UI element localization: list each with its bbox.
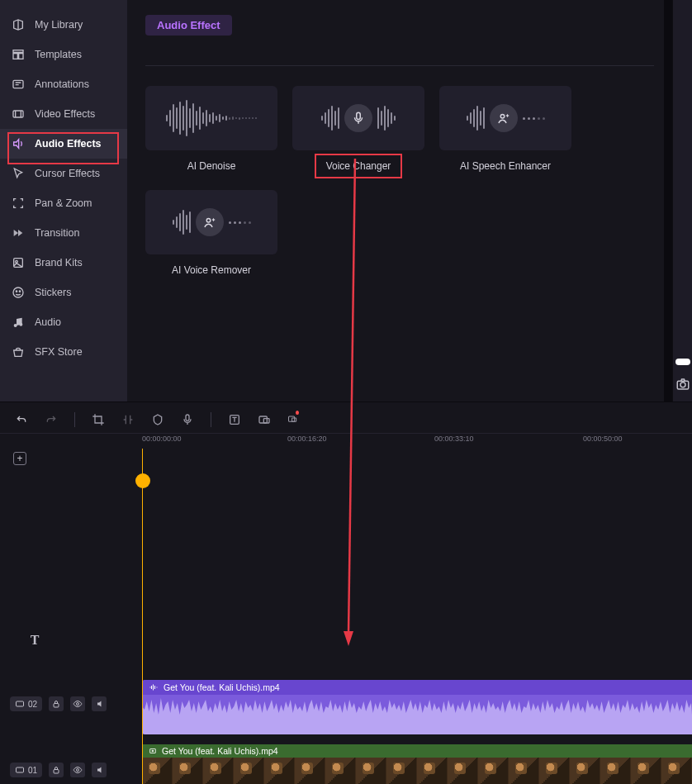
clip-header: Get You (feat. Kali Uchis).mp4 bbox=[142, 680, 692, 695]
marker-button[interactable] bbox=[151, 413, 164, 426]
crop-button[interactable] bbox=[92, 413, 105, 426]
effect-card-ai-denoise[interactable]: AI Denoise bbox=[145, 86, 277, 175]
svg-point-28 bbox=[77, 769, 79, 772]
clip-name: Get You (feat. Kali Uchis).mp4 bbox=[162, 746, 278, 756]
track-number: 02 bbox=[10, 696, 42, 711]
svg-rect-12 bbox=[357, 112, 361, 119]
audio-effects-icon bbox=[12, 137, 25, 150]
panel-header-chip: Audio Effect bbox=[145, 15, 232, 36]
waveform-icon bbox=[467, 106, 485, 131]
sidebar-item-audio-effects[interactable]: Audio Effects bbox=[0, 129, 127, 159]
svg-rect-1 bbox=[13, 54, 17, 59]
visibility-button[interactable] bbox=[70, 696, 85, 711]
cursor-effects-icon bbox=[12, 167, 25, 180]
ruler-tick: 00:00:00:00 bbox=[142, 435, 182, 443]
svg-rect-24 bbox=[54, 704, 59, 708]
svg-point-16 bbox=[680, 382, 685, 387]
effect-label: Voice Changer bbox=[318, 157, 400, 175]
video-thumbnails bbox=[142, 758, 692, 784]
svg-point-13 bbox=[500, 115, 505, 119]
panel-divider bbox=[145, 65, 654, 66]
sidebar-item-transition[interactable]: Transition bbox=[0, 218, 127, 248]
sidebar-item-my-library[interactable]: My Library bbox=[0, 10, 127, 40]
effects-panel: Audio Effect AI Denoise bbox=[127, 0, 672, 402]
transition-icon bbox=[12, 226, 25, 240]
ruler-tick: 00:00:33:10 bbox=[434, 435, 474, 443]
audio-wave-icon bbox=[149, 682, 159, 692]
track-header-video: 01 bbox=[10, 763, 134, 777]
voiceover-button[interactable] bbox=[181, 413, 194, 426]
audio-waveform bbox=[142, 695, 692, 734]
svg-rect-17 bbox=[186, 415, 189, 421]
sidebar-item-annotations[interactable]: Annotations bbox=[0, 69, 127, 99]
visibility-button[interactable] bbox=[70, 763, 85, 777]
playhead[interactable] bbox=[142, 449, 143, 784]
stickers-icon bbox=[12, 286, 25, 299]
effect-card-ai-speech-enhancer[interactable]: AI Speech Enhancer bbox=[439, 86, 571, 175]
svg-point-6 bbox=[16, 260, 18, 263]
split-button[interactable] bbox=[121, 413, 135, 426]
chat-bubble-icon[interactable] bbox=[675, 359, 690, 365]
audio-icon bbox=[12, 316, 25, 329]
sidebar-item-brand-kits[interactable]: Brand Kits bbox=[0, 248, 127, 278]
sidebar-item-stickers[interactable]: Stickers bbox=[0, 278, 127, 307]
svg-rect-2 bbox=[19, 54, 23, 59]
sidebar-item-video-effects[interactable]: Video Effects bbox=[0, 99, 127, 129]
svg-rect-26 bbox=[17, 767, 24, 772]
sfx-store-icon bbox=[12, 345, 25, 359]
sidebar-item-label: Audio bbox=[35, 316, 61, 328]
subtitle-button[interactable] bbox=[258, 413, 271, 426]
lock-button[interactable] bbox=[49, 696, 64, 711]
ruler-tick: 00:00:50:00 bbox=[583, 435, 623, 443]
person-sparkle-icon bbox=[196, 208, 224, 236]
effect-label: AI Voice Remover bbox=[172, 261, 251, 279]
lock-button[interactable] bbox=[49, 763, 64, 777]
person-sparkle-icon bbox=[490, 104, 518, 132]
playhead-handle[interactable] bbox=[135, 473, 150, 488]
svg-rect-0 bbox=[13, 50, 23, 53]
waveform-icon bbox=[377, 106, 396, 131]
effect-label: AI Denoise bbox=[187, 157, 236, 175]
video-clip[interactable]: Get You (feat. Kali Uchis).mp4 bbox=[142, 744, 692, 784]
annotations-icon bbox=[12, 78, 25, 91]
effect-thumb bbox=[439, 86, 571, 150]
sidebar-item-sfx-store[interactable]: SFX Store bbox=[0, 337, 127, 367]
camera-icon[interactable] bbox=[675, 377, 690, 392]
redo-button[interactable] bbox=[45, 413, 58, 426]
svg-rect-27 bbox=[54, 770, 59, 774]
dots-icon bbox=[523, 117, 545, 120]
templates-icon bbox=[12, 48, 25, 61]
sidebar-item-pan-zoom[interactable]: Pan & Zoom bbox=[0, 188, 127, 218]
effect-card-ai-voice-remover[interactable]: AI Voice Remover bbox=[145, 190, 277, 279]
sidebar-item-label: Brand Kits bbox=[35, 257, 83, 268]
sidebar-item-audio[interactable]: Audio bbox=[0, 307, 127, 337]
sidebar-item-cursor-effects[interactable]: Cursor Effects bbox=[0, 159, 127, 188]
sidebar-item-label: Templates bbox=[35, 49, 82, 60]
text-track-icon[interactable]: T bbox=[25, 630, 45, 650]
timeline-ruler[interactable]: 00:00:00:00 00:00:16:20 00:00:33:10 00:0… bbox=[139, 434, 692, 449]
mute-button[interactable] bbox=[92, 696, 107, 711]
svg-point-8 bbox=[16, 291, 17, 292]
audio-clip[interactable]: Get You (feat. Kali Uchis).mp4 bbox=[142, 680, 692, 734]
undo-button[interactable] bbox=[15, 413, 28, 426]
track-number: 01 bbox=[10, 763, 42, 777]
library-icon bbox=[12, 18, 25, 31]
svg-point-9 bbox=[19, 291, 20, 292]
brand-kits-icon bbox=[12, 256, 25, 269]
effect-card-voice-changer[interactable]: Voice Changer bbox=[292, 86, 424, 175]
sidebar-item-label: Annotations bbox=[35, 78, 89, 90]
sidebar-item-label: Audio Effects bbox=[35, 138, 102, 150]
sidebar-item-label: Video Effects bbox=[35, 108, 95, 120]
sidebar-item-label: SFX Store bbox=[35, 346, 83, 358]
video-icon bbox=[149, 747, 157, 755]
mute-button[interactable] bbox=[92, 763, 107, 777]
ruler-tick: 00:00:16:20 bbox=[287, 435, 327, 443]
sidebar-item-label: Stickers bbox=[35, 287, 71, 298]
waveform-icon bbox=[173, 210, 191, 235]
dots-icon bbox=[229, 221, 251, 224]
sidebar-item-templates[interactable]: Templates bbox=[0, 40, 127, 69]
svg-point-11 bbox=[19, 323, 22, 326]
svg-rect-4 bbox=[13, 111, 23, 117]
export-button[interactable] bbox=[287, 413, 301, 426]
text-button[interactable] bbox=[228, 413, 241, 426]
